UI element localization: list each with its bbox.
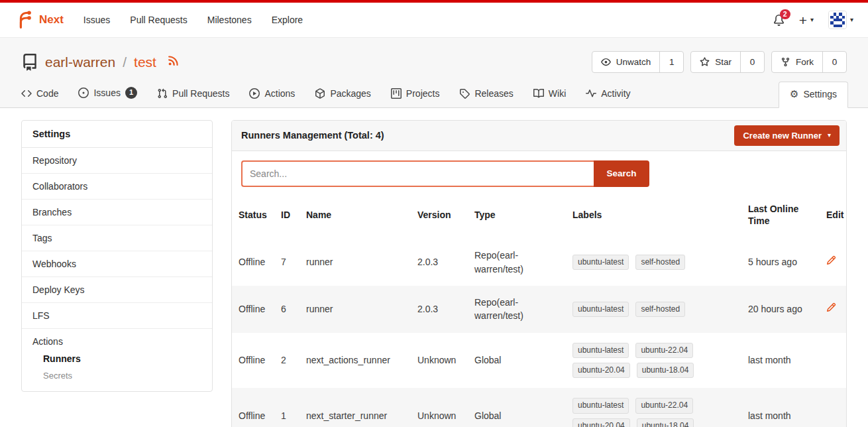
runner-name: next_starter_runner xyxy=(299,388,411,427)
navbar-links: Issues Pull Requests Milestones Explore xyxy=(83,15,303,25)
fork-button[interactable]: Fork xyxy=(772,52,822,72)
sidebar-item-tags[interactable]: Tags xyxy=(22,225,212,251)
runner-status: Offline xyxy=(232,333,274,389)
sidebar-item-repository[interactable]: Repository xyxy=(22,148,212,174)
repo-owner-link[interactable]: earl-warren xyxy=(45,54,115,70)
tab-label: Actions xyxy=(264,88,295,99)
create-runner-button[interactable]: Create new Runner ▾ xyxy=(734,125,840,146)
repo-icon xyxy=(21,54,38,71)
unwatch-button-group: Unwatch 1 xyxy=(592,51,684,73)
project-icon xyxy=(391,88,402,99)
tab-issues[interactable]: Issues 1 xyxy=(77,81,138,107)
repo-name-link[interactable]: test xyxy=(134,54,156,70)
settings-sidebar: Settings Repository Collaborators Branch… xyxy=(21,120,213,392)
col-status: Status xyxy=(232,195,274,239)
tab-code[interactable]: Code xyxy=(20,82,60,107)
package-icon xyxy=(315,88,325,99)
unwatch-button[interactable]: Unwatch xyxy=(592,52,660,72)
table-header-row: Status ID Name Version Type Labels Last … xyxy=(232,195,846,239)
tab-label: Activity xyxy=(601,88,630,99)
runner-row: Offline 6 runner 2.0.3 Repo(earl-warren/… xyxy=(232,286,846,333)
rss-icon xyxy=(168,55,179,66)
edit-runner-button[interactable] xyxy=(826,302,836,312)
runners-table: Status ID Name Version Type Labels Last … xyxy=(232,195,846,427)
create-runner-label: Create new Runner xyxy=(743,131,821,141)
sidebar-item-secrets[interactable]: Secrets xyxy=(32,364,201,381)
user-menu[interactable]: ▾ xyxy=(828,11,853,29)
caret-down-icon: ▾ xyxy=(850,17,853,23)
caret-down-icon: ▾ xyxy=(810,17,814,23)
repo-header: earl-warren / test Unwatch xyxy=(0,37,868,108)
tab-activity[interactable]: Activity xyxy=(584,82,631,107)
runner-label: ubuntu-18.04 xyxy=(637,418,694,427)
runner-id: 6 xyxy=(274,286,299,333)
star-label: Star xyxy=(715,57,732,67)
runner-name: runner xyxy=(299,286,411,333)
runner-label: self-hosted xyxy=(635,255,685,270)
navbar-item-milestones[interactable]: Milestones xyxy=(207,15,252,25)
navbar-item-explore[interactable]: Explore xyxy=(272,15,303,25)
navbar-item-pull-requests[interactable]: Pull Requests xyxy=(130,15,187,25)
sidebar-item-lfs[interactable]: LFS xyxy=(22,303,212,329)
tab-releases[interactable]: Releases xyxy=(458,82,514,107)
watchers-count[interactable]: 1 xyxy=(659,52,683,72)
sidebar-item-webhooks[interactable]: Webhooks xyxy=(22,251,212,277)
panel-header: Runners Management (Total: 4) Create new… xyxy=(232,121,846,151)
tab-label: Code xyxy=(36,88,58,99)
tab-label: Releases xyxy=(474,88,513,99)
tab-wiki[interactable]: Wiki xyxy=(532,82,567,107)
sidebar-item-branches[interactable]: Branches xyxy=(22,200,212,225)
stars-count[interactable]: 0 xyxy=(740,52,764,72)
runner-type: Repo(earl-warren/test) xyxy=(468,286,566,333)
top-navbar: Next Issues Pull Requests Milestones Exp… xyxy=(0,3,868,37)
play-circle-icon xyxy=(249,88,260,99)
runner-version: 2.0.3 xyxy=(411,239,468,286)
edit-runner-button[interactable] xyxy=(826,255,836,265)
forgejo-logo-icon xyxy=(15,10,34,30)
runner-last-online: last month xyxy=(741,333,820,389)
tab-label: Wiki xyxy=(549,88,566,99)
repo-separator: / xyxy=(123,54,127,70)
runner-type: Global xyxy=(468,388,566,427)
runners-panel: Runners Management (Total: 4) Create new… xyxy=(231,120,847,427)
sidebar-item-actions[interactable]: Actions xyxy=(32,336,201,347)
star-button-group: Star 0 xyxy=(690,51,765,73)
sidebar-item-collaborators[interactable]: Collaborators xyxy=(22,174,212,200)
gear-icon: ⚙ xyxy=(790,89,798,99)
runner-labels: ubuntu-latest self-hosted xyxy=(572,302,725,317)
forks-count[interactable]: 0 xyxy=(822,52,846,72)
tab-pull-requests[interactable]: Pull Requests xyxy=(156,82,231,107)
runner-label: ubuntu-latest xyxy=(572,302,629,317)
sidebar-group-actions: Actions Runners Secrets xyxy=(22,329,212,391)
col-name: Name xyxy=(299,195,411,239)
search-button[interactable]: Search xyxy=(594,160,649,187)
notifications-button[interactable]: 2 xyxy=(773,15,785,26)
eye-icon xyxy=(601,57,611,67)
home-link[interactable]: Next xyxy=(15,10,64,30)
search-input[interactable] xyxy=(241,160,594,187)
tab-label: Pull Requests xyxy=(172,88,229,99)
navbar-item-issues[interactable]: Issues xyxy=(83,15,110,25)
star-button[interactable]: Star xyxy=(691,52,740,72)
tab-packages[interactable]: Packages xyxy=(313,82,372,107)
sidebar-item-deploy-keys[interactable]: Deploy Keys xyxy=(22,277,212,303)
sidebar-item-runners[interactable]: Runners xyxy=(32,347,201,364)
tab-settings[interactable]: ⚙ Settings xyxy=(779,82,848,108)
runner-label: ubuntu-18.04 xyxy=(637,363,694,378)
sidebar-title: Settings xyxy=(22,121,212,148)
star-icon xyxy=(700,57,710,67)
col-last-online: Last Online Time xyxy=(741,195,820,239)
create-new-menu[interactable]: + ▾ xyxy=(799,13,814,27)
runner-label: ubuntu-latest xyxy=(572,398,629,413)
runner-labels: ubuntu-latest self-hosted xyxy=(572,255,725,270)
rss-feed-button[interactable] xyxy=(168,55,179,66)
tab-projects[interactable]: Projects xyxy=(390,82,441,107)
runner-status: Offline xyxy=(232,388,274,427)
pull-request-icon xyxy=(157,88,168,99)
tab-actions[interactable]: Actions xyxy=(248,82,296,107)
runner-last-online: last month xyxy=(741,388,820,427)
panel-title: Runners Management (Total: 4) xyxy=(241,130,384,141)
col-labels: Labels xyxy=(566,195,741,239)
col-type: Type xyxy=(468,195,566,239)
tab-label: Issues xyxy=(93,88,120,98)
